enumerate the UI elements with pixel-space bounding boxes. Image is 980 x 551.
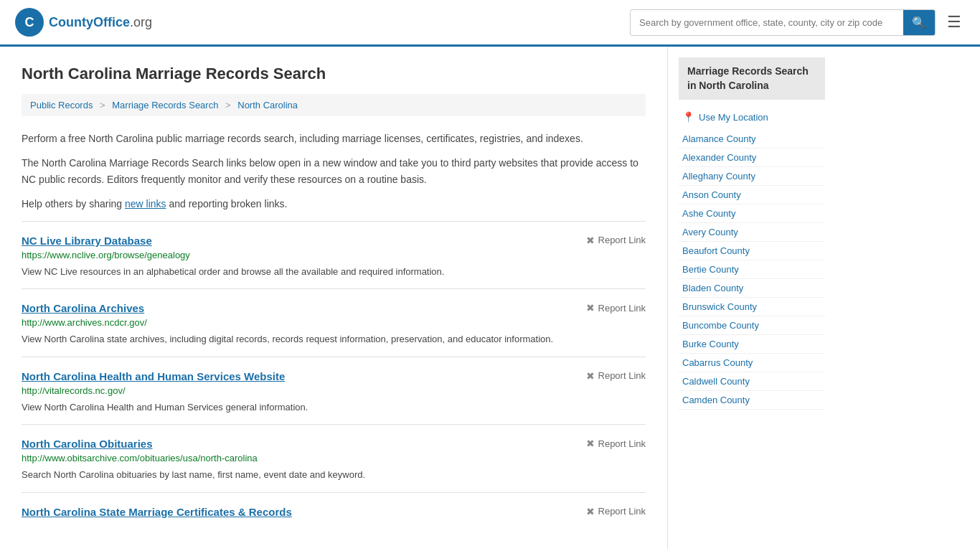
report-link-1[interactable]: ✖ Report Link — [586, 302, 646, 314]
report-label-0: Report Link — [598, 235, 646, 245]
report-label-4: Report Link — [598, 506, 646, 517]
content-area: North Carolina Marriage Records Search P… — [0, 47, 667, 549]
sidebar: Marriage Records Search in North Carolin… — [667, 47, 836, 549]
breadcrumb-public-records[interactable]: Public Records — [30, 100, 93, 110]
breadcrumb-sep-2: > — [225, 100, 231, 110]
sidebar-county-3[interactable]: Anson County — [679, 186, 825, 204]
result-title-2[interactable]: North Carolina Health and Human Services… — [22, 370, 285, 382]
sidebar-county-8[interactable]: Bladen County — [679, 279, 825, 298]
report-icon-2: ✖ — [586, 370, 595, 382]
result-url-0[interactable]: https://www.nclive.org/browse/genealogy — [22, 250, 646, 260]
sidebar-county-7[interactable]: Bertie County — [679, 260, 825, 279]
sidebar-county-0[interactable]: Alamance County — [679, 130, 825, 149]
result-header-2: North Carolina Health and Human Services… — [22, 370, 646, 382]
description-3-post: and reporting broken links. — [166, 198, 288, 209]
breadcrumb-sep-1: > — [100, 100, 105, 110]
main-container: North Carolina Marriage Records Search P… — [0, 47, 980, 549]
result-desc-1: View North Carolina state archives, incl… — [22, 332, 646, 347]
use-location-label: Use My Location — [699, 112, 768, 123]
logo-icon: C — [14, 7, 44, 37]
report-label-3: Report Link — [598, 438, 646, 449]
report-icon-4: ✖ — [586, 506, 595, 517]
report-link-3[interactable]: ✖ Report Link — [586, 438, 646, 449]
sidebar-county-13[interactable]: Caldwell County — [679, 372, 825, 391]
description-3-pre: Help others by sharing — [22, 198, 125, 209]
result-item-1: North Carolina Archives ✖ Report Link ht… — [22, 288, 646, 357]
description-2: The North Carolina Marriage Records Sear… — [22, 155, 646, 187]
result-item-3: North Carolina Obituaries ✖ Report Link … — [22, 424, 646, 492]
sidebar-county-6[interactable]: Beaufort County — [679, 242, 825, 260]
result-item-4: North Carolina State Marriage Certificat… — [22, 492, 646, 531]
report-link-4[interactable]: ✖ Report Link — [586, 506, 646, 517]
result-header-3: North Carolina Obituaries ✖ Report Link — [22, 438, 646, 450]
result-title-0[interactable]: NC Live Library Database — [22, 235, 152, 247]
result-title-1[interactable]: North Carolina Archives — [22, 302, 144, 314]
result-url-3[interactable]: http://www.obitsarchive.com/obituaries/u… — [22, 453, 646, 463]
sidebar-header: Marriage Records Search in North Carolin… — [679, 57, 825, 100]
sidebar-county-11[interactable]: Burke County — [679, 335, 825, 354]
result-url-1[interactable]: http://www.archives.ncdcr.gov/ — [22, 317, 646, 328]
result-item-0: NC Live Library Database ✖ Report Link h… — [22, 221, 646, 289]
result-item-2: North Carolina Health and Human Services… — [22, 357, 646, 425]
result-header-0: NC Live Library Database ✖ Report Link — [22, 235, 646, 247]
use-my-location[interactable]: 📍 Use My Location — [679, 107, 825, 127]
description-1: Perform a free North Carolina public mar… — [22, 131, 646, 146]
breadcrumb: Public Records > Marriage Records Search… — [22, 94, 646, 116]
report-link-0[interactable]: ✖ Report Link — [586, 235, 646, 246]
header: C CountyOffice.org 🔍 ☰ — [0, 0, 980, 47]
result-header-1: North Carolina Archives ✖ Report Link — [22, 302, 646, 314]
report-link-2[interactable]: ✖ Report Link — [586, 370, 646, 382]
report-icon-3: ✖ — [586, 438, 595, 449]
sidebar-county-12[interactable]: Cabarrus County — [679, 354, 825, 372]
description-3: Help others by sharing new links and rep… — [22, 196, 646, 212]
result-desc-2: View North Carolina Health and Human Ser… — [22, 400, 646, 415]
svg-text:C: C — [25, 15, 34, 29]
result-desc-3: Search North Carolina obituaries by last… — [22, 468, 646, 482]
result-title-4[interactable]: North Carolina State Marriage Certificat… — [22, 506, 292, 518]
sidebar-county-4[interactable]: Ashe County — [679, 204, 825, 223]
page-title: North Carolina Marriage Records Search — [22, 65, 646, 83]
result-title-3[interactable]: North Carolina Obituaries — [22, 438, 153, 450]
sidebar-county-2[interactable]: Alleghany County — [679, 167, 825, 186]
logo[interactable]: C CountyOffice.org — [14, 7, 152, 37]
location-icon: 📍 — [682, 111, 694, 123]
search-button[interactable]: 🔍 — [903, 10, 935, 35]
report-label-2: Report Link — [598, 370, 646, 381]
search-input[interactable] — [631, 11, 903, 34]
report-icon-1: ✖ — [586, 302, 595, 314]
sidebar-county-10[interactable]: Buncombe County — [679, 316, 825, 335]
result-url-2[interactable]: http://vitalrecords.nc.gov/ — [22, 385, 646, 396]
new-links-link[interactable]: new links — [125, 198, 166, 209]
breadcrumb-marriage-records[interactable]: Marriage Records Search — [112, 100, 218, 110]
result-desc-0: View NC Live resources in an alphabetica… — [22, 265, 646, 279]
sidebar-county-5[interactable]: Avery County — [679, 223, 825, 242]
result-header-4: North Carolina State Marriage Certificat… — [22, 506, 646, 518]
sidebar-county-1[interactable]: Alexander County — [679, 149, 825, 167]
report-icon-0: ✖ — [586, 235, 595, 246]
report-label-1: Report Link — [598, 303, 646, 314]
search-bar: 🔍 — [630, 9, 936, 36]
header-search-area: 🔍 ☰ — [630, 9, 966, 36]
logo-text: CountyOffice.org — [49, 15, 152, 30]
menu-icon[interactable]: ☰ — [943, 9, 966, 36]
sidebar-county-14[interactable]: Camden County — [679, 391, 825, 410]
sidebar-county-9[interactable]: Brunswick County — [679, 298, 825, 316]
breadcrumb-north-carolina[interactable]: North Carolina — [237, 100, 298, 110]
